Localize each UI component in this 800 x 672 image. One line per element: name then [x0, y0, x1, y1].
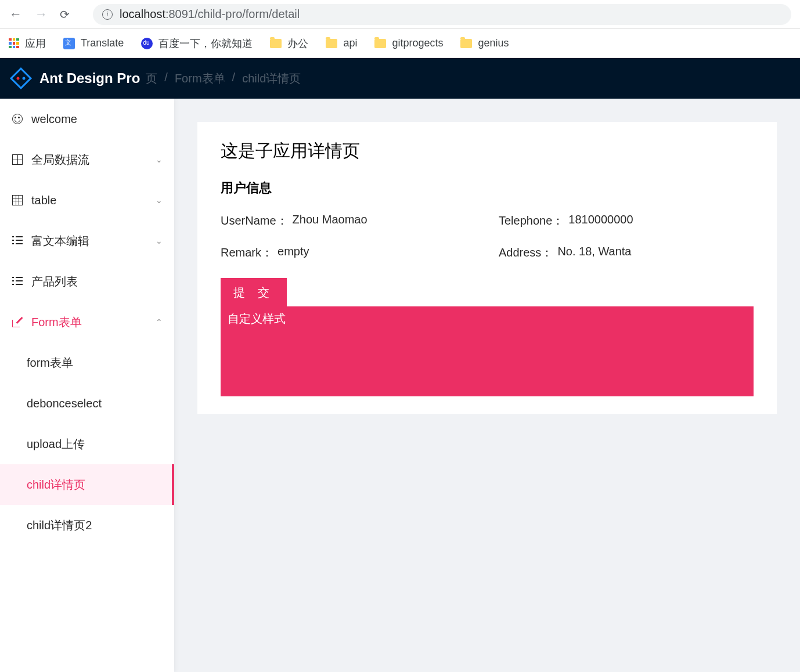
- app-title: Ant Design Pro: [39, 70, 140, 86]
- breadcrumb-item[interactable]: Form表单: [175, 71, 225, 86]
- bookmark-folder-genius[interactable]: genius: [460, 37, 509, 49]
- apps-icon: [9, 38, 19, 49]
- content-area: 这是子应用详情页 用户信息 UserName Zhou Maomao Telep…: [174, 99, 800, 672]
- bookmark-label: api: [343, 37, 357, 49]
- menu-label: 富文本编辑: [31, 233, 147, 249]
- desc-address: Address No. 18, Wanta: [499, 245, 754, 261]
- bookmarks-bar: 应用 Translate 百度一下，你就知道 办公 api gitprogect…: [0, 29, 800, 58]
- menu-label: welcome: [31, 113, 163, 126]
- breadcrumb-item[interactable]: 页: [146, 71, 157, 86]
- svg-rect-0: [11, 68, 31, 88]
- chevron-down-icon: ⌄: [156, 196, 163, 205]
- submenu-form: form表单 debonceselect upload上传 child详情页 c…: [0, 342, 174, 545]
- menu-label: upload上传: [27, 436, 163, 452]
- submenu-item-child-detail2[interactable]: child详情页2: [0, 505, 174, 545]
- bookmark-label: 应用: [25, 37, 46, 50]
- folder-icon: [460, 39, 472, 48]
- bookmark-translate[interactable]: Translate: [63, 37, 124, 49]
- chevron-down-icon: ⌄: [156, 155, 163, 164]
- sidebar-item-welcome[interactable]: welcome: [0, 99, 174, 139]
- submenu-item-child-detail[interactable]: child详情页: [0, 464, 174, 505]
- breadcrumb-sep: /: [232, 71, 236, 86]
- app-body: welcome 全局数据流 ⌄ table ⌄ 富文本编辑 ⌄ 产品列表 For…: [0, 99, 800, 672]
- descriptions: UserName Zhou Maomao Telephone 181000000…: [221, 213, 754, 261]
- sidebar: welcome 全局数据流 ⌄ table ⌄ 富文本编辑 ⌄ 产品列表 For…: [0, 99, 174, 672]
- bookmark-folder-gitprojects[interactable]: gitprogects: [374, 37, 443, 49]
- folder-icon: [374, 39, 386, 48]
- bookmark-label: Translate: [81, 37, 124, 49]
- edit-icon: [12, 316, 23, 328]
- bookmark-folder-api[interactable]: api: [326, 37, 357, 49]
- desc-remark: Remark empty: [221, 245, 475, 261]
- chevron-up-icon: ⌃: [156, 317, 163, 327]
- sidebar-item-global-data[interactable]: 全局数据流 ⌄: [0, 139, 174, 180]
- section-title: 用户信息: [221, 179, 754, 197]
- detail-card: 这是子应用详情页 用户信息 UserName Zhou Maomao Telep…: [197, 122, 777, 414]
- translate-icon: [63, 38, 75, 49]
- back-button[interactable]: ←: [9, 7, 23, 22]
- svg-point-1: [17, 77, 20, 80]
- url-text: localhost:8091/child-pro/form/detail: [120, 8, 300, 21]
- submit-button[interactable]: 提 交: [221, 278, 287, 308]
- breadcrumb-item: child详情页: [242, 71, 301, 86]
- bookmark-folder-office[interactable]: 办公: [270, 37, 308, 50]
- browser-toolbar: ← → ⟳ i localhost:8091/child-pro/form/de…: [0, 0, 800, 29]
- table-icon: [12, 194, 23, 206]
- menu-label: child详情页: [27, 477, 160, 493]
- logo[interactable]: Ant Design Pro: [9, 67, 140, 90]
- app-header: Ant Design Pro 页 / Form表单 / child详情页: [0, 58, 800, 99]
- sidebar-item-form[interactable]: Form表单 ⌃: [0, 302, 174, 342]
- list-icon: [12, 276, 23, 287]
- breadcrumb: 页 / Form表单 / child详情页: [146, 71, 301, 86]
- menu-label: debonceselect: [27, 397, 163, 410]
- breadcrumb-sep: /: [164, 71, 168, 86]
- sidebar-item-richtext[interactable]: 富文本编辑 ⌄: [0, 221, 174, 261]
- forward-button[interactable]: →: [34, 7, 48, 22]
- menu-label: 产品列表: [31, 274, 163, 290]
- menu-label: Form表单: [31, 315, 147, 330]
- custom-style-box: 自定义样式: [221, 306, 754, 396]
- desc-label: Remark: [221, 245, 273, 261]
- desc-value: empty: [278, 245, 309, 261]
- desc-label: UserName: [221, 213, 288, 229]
- folder-icon: [270, 39, 282, 48]
- desc-value: 1810000000: [568, 213, 633, 229]
- menu-label: 全局数据流: [31, 152, 147, 168]
- page-title: 这是子应用详情页: [221, 139, 754, 163]
- menu-label: table: [31, 194, 147, 207]
- url-bar[interactable]: i localhost:8091/child-pro/form/detail: [93, 4, 791, 25]
- bookmark-baidu[interactable]: 百度一下，你就知道: [141, 37, 253, 50]
- grid-icon: [12, 154, 23, 165]
- reload-button[interactable]: ⟳: [60, 8, 70, 21]
- submenu-item-form[interactable]: form表单: [0, 342, 174, 383]
- submenu-item-upload[interactable]: upload上传: [0, 424, 174, 464]
- menu-label: form表单: [27, 355, 163, 371]
- bookmark-apps[interactable]: 应用: [9, 37, 46, 50]
- chevron-down-icon: ⌄: [156, 236, 163, 245]
- baidu-icon: [141, 38, 153, 49]
- sidebar-item-products[interactable]: 产品列表: [0, 261, 174, 302]
- sidebar-item-table[interactable]: table ⌄: [0, 180, 174, 221]
- menu-label: child详情页2: [27, 518, 163, 533]
- desc-telephone: Telephone 1810000000: [499, 213, 754, 229]
- desc-value: No. 18, Wanta: [557, 245, 631, 261]
- bookmark-label: genius: [478, 37, 509, 49]
- logo-icon: [9, 67, 33, 90]
- info-icon[interactable]: i: [102, 9, 113, 20]
- smile-icon: [12, 113, 23, 125]
- bookmark-label: 百度一下，你就知道: [158, 37, 253, 50]
- desc-label: Telephone: [499, 213, 564, 229]
- bookmark-label: gitprogects: [392, 37, 443, 49]
- desc-value: Zhou Maomao: [293, 213, 367, 229]
- bookmark-label: 办公: [287, 37, 308, 50]
- submenu-item-debonceselect[interactable]: debonceselect: [0, 383, 174, 424]
- list-icon: [12, 235, 23, 247]
- folder-icon: [326, 39, 337, 48]
- desc-username: UserName Zhou Maomao: [221, 213, 475, 229]
- desc-label: Address: [499, 245, 553, 261]
- svg-point-2: [23, 77, 26, 80]
